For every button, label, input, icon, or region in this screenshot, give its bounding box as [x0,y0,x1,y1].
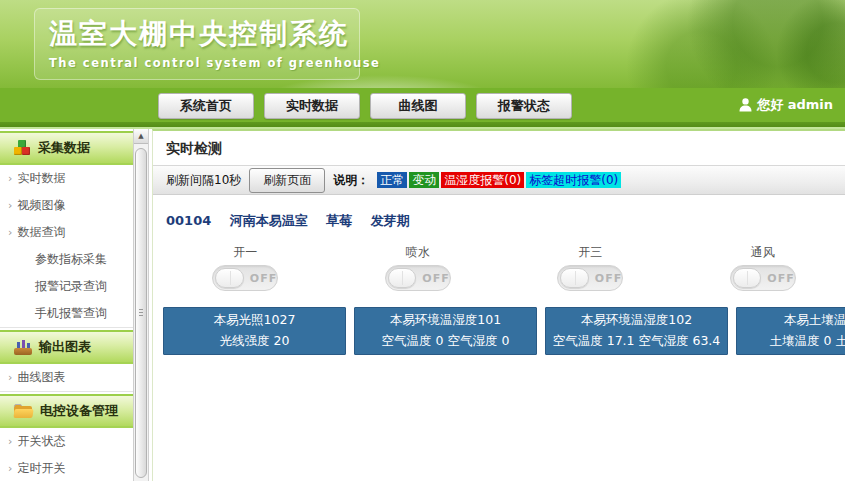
chart-box-icon [14,340,32,355]
sidebar-item-parameter-collect[interactable]: 参数指标采集 [0,246,133,273]
sensor-card-values: 光线强度 20 [164,333,345,350]
main-panel: 实时检测 刷新间隔10秒 刷新页面 说明： 正常变动温湿度报警(0)标签超时报警… [152,129,845,481]
sidebar-item-label: 视频图像 [17,197,65,214]
sensor-card-values: 土壤温度 0 土壤湿度 [737,333,845,350]
chevron-right-icon: › [8,435,12,448]
sidebar-scrollbar[interactable]: ▲ [133,129,149,481]
toggle-state-label: OFF [250,272,277,285]
legend-badge-change: 变动 [409,172,439,188]
tab-system-home[interactable]: 系统首页 [158,93,254,119]
sidebar-item-label: 报警记录查询 [35,278,107,295]
refresh-interval-label: 刷新间隔10秒 [166,172,241,189]
sidebar-divider [0,391,133,392]
logo: 温室大棚中央控制系统 The central control system of… [34,8,360,80]
chevron-right-icon: › [8,371,12,384]
tab-curve-chart[interactable]: 曲线图 [370,93,466,119]
legend-label: 说明： [333,172,369,189]
scroll-up-icon[interactable]: ▲ [134,129,148,144]
sidebar-item-label: 实时数据 [17,170,65,187]
sidebar-section-title: 输出图表 [39,338,91,356]
sensor-card-title: 本易光照1027 [164,312,345,329]
sidebar-item-label: 定时开关 [17,460,65,477]
sidebar-section-collect-data[interactable]: 采集数据 [0,131,133,165]
panel-title: 实时检测 [153,131,845,165]
legend-badge-temp-humidity-alarm: 温湿度报警(0) [441,172,524,188]
sidebar-item-label: 数据查询 [17,224,65,241]
refresh-page-button[interactable]: 刷新页面 [249,168,325,193]
switch-column-spray: 喷水 OFF [336,244,501,291]
sidebar-item-label: 手机报警查询 [35,305,107,322]
sensor-card-values: 空气温度 17.1 空气湿度 63.4 [546,333,727,350]
sidebar-divider [0,327,133,328]
greeting-text: 您好 admin [757,96,833,114]
scrollbar-grip-icon [139,309,143,316]
sidebar: 采集数据 › 实时数据 › 视频图像 › 数据查询 参数指标采集 报警记录查询 … [0,129,133,481]
scrollbar-thumb[interactable] [135,148,147,478]
user-icon [739,98,752,112]
app-subtitle: The central control system of greenhouse [49,56,347,70]
switch-column-kai-san: 开三 OFF [508,244,673,291]
sidebar-item-switch-status[interactable]: › 开关状态 [0,428,133,455]
main-nav: 系统首页 实时数据 曲线图 报警状态 您好 admin [0,88,845,122]
sensor-card-title: 本易环境温湿度101 [355,312,536,329]
tab-realtime-data[interactable]: 实时数据 [264,93,360,119]
toggle-knob [215,268,244,288]
sidebar-item-data-query[interactable]: › 数据查询 [0,219,133,246]
sidebar-section-output-charts[interactable]: 输出图表 [0,330,133,364]
sidebar-item-timed-switch[interactable]: › 定时开关 [0,455,133,481]
greenhouse-row[interactable]: 00104 河南本易温室 草莓 发芽期 [166,212,845,230]
toggle-knob [560,268,589,288]
sidebar-item-realtime-data[interactable]: › 实时数据 [0,165,133,192]
sensor-card-title: 本易土壤温湿度 [737,312,845,329]
sensor-card-env-102: 本易环境温湿度102 空气温度 17.1 空气湿度 63.4 [545,307,728,355]
sensor-card-light: 本易光照1027 光线强度 20 [163,307,346,355]
chevron-right-icon: › [8,199,12,212]
nav-tabs: 系统首页 实时数据 曲线图 报警状态 [158,93,572,119]
chevron-right-icon: › [8,462,12,475]
legend-badge-normal: 正常 [377,172,407,188]
sidebar-item-curve-charts[interactable]: › 曲线图表 [0,364,133,391]
toggle-knob [388,268,417,288]
greenhouse-stage: 发芽期 [371,213,410,228]
tab-alarm-status[interactable]: 报警状态 [476,93,572,119]
chevron-right-icon: › [8,172,12,185]
toggle-switch-kai-yi[interactable]: OFF [212,265,278,291]
sensor-card-row: 本易光照1027 光线强度 20 本易环境温湿度101 空气温度 0 空气湿度 … [163,307,845,355]
switch-column-ventilation: 通风 OFF [681,244,845,291]
sensor-card-soil: 本易土壤温湿度 土壤温度 0 土壤湿度 [736,307,845,355]
sidebar-item-label: 开关状态 [17,433,65,450]
app-title: 温室大棚中央控制系统 [49,15,347,53]
switch-label: 喷水 [406,244,430,261]
switch-label: 通风 [751,244,775,261]
sidebar-item-label: 参数指标采集 [35,251,107,268]
toggle-switch-kai-san[interactable]: OFF [557,265,623,291]
sidebar-section-device-management[interactable]: 电控设备管理 [0,394,133,428]
cubes-icon [14,140,31,156]
toggle-switch-spray[interactable]: OFF [385,265,451,291]
toggle-state-label: OFF [767,272,794,285]
switch-label: 开三 [578,244,602,261]
legend-badge-tag-timeout-alarm: 标签超时报警(0) [526,172,621,188]
folder-icon [14,404,33,418]
switch-column-kai-yi: 开一 OFF [163,244,328,291]
sidebar-section-title: 采集数据 [38,139,90,157]
toggle-state-label: OFF [595,272,622,285]
toggle-state-label: OFF [422,272,449,285]
sidebar-item-video-image[interactable]: › 视频图像 [0,192,133,219]
sensor-card-values: 空气温度 0 空气湿度 0 [355,333,536,350]
header-banner: 温室大棚中央控制系统 The central control system of… [0,0,845,88]
sidebar-item-mobile-alarm-query[interactable]: 手机报警查询 [0,300,133,327]
sidebar-item-label: 曲线图表 [17,369,65,386]
toggle-knob [733,268,762,288]
sensor-card-title: 本易环境温湿度102 [546,312,727,329]
toggle-switch-ventilation[interactable]: OFF [730,265,796,291]
toolbar: 刷新间隔10秒 刷新页面 说明： 正常变动温湿度报警(0)标签超时报警(0) [153,165,845,195]
switch-label: 开一 [233,244,257,261]
sensor-card-env-101: 本易环境温湿度101 空气温度 0 空气湿度 0 [354,307,537,355]
greenhouse-crop: 草莓 [326,213,352,228]
greenhouse-id: 00104 [166,213,211,228]
page-body: 采集数据 › 实时数据 › 视频图像 › 数据查询 参数指标采集 报警记录查询 … [0,129,845,481]
sidebar-item-alarm-record-query[interactable]: 报警记录查询 [0,273,133,300]
switch-row: 开一 OFF 喷水 OFF 开三 [163,244,845,291]
user-greeting[interactable]: 您好 admin [739,96,833,114]
